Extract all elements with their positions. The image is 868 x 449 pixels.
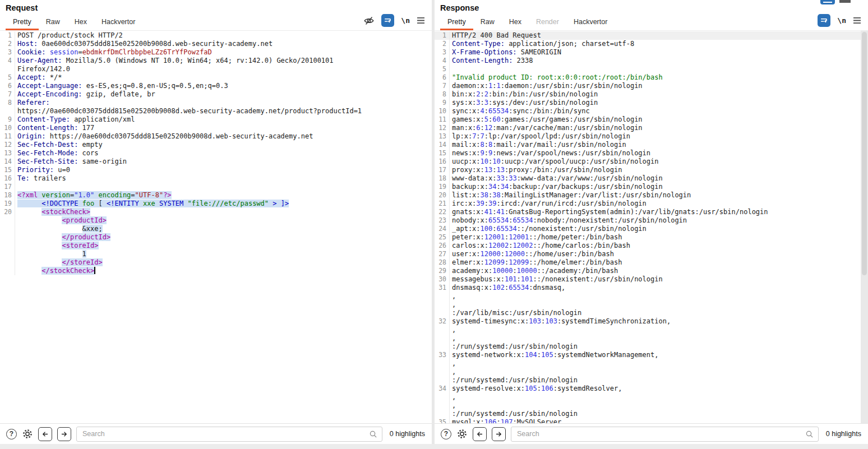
code-row: 8bin:x:2:2:bin:/bin:/usr/sbin/nologin <box>435 90 868 99</box>
line-number: 29 <box>435 267 450 275</box>
line-number: 24 <box>435 225 450 233</box>
response-search-box <box>511 427 819 442</box>
tab-hackvertor[interactable]: Hackvertor <box>566 15 615 30</box>
newline-toggle-icon[interactable]: \n <box>401 16 410 25</box>
line-number: 16 <box>435 158 450 166</box>
line-number <box>0 65 15 73</box>
line-number: 7 <box>435 82 450 90</box>
search-icon[interactable] <box>805 430 814 438</box>
response-highlights-count: 0 highlights <box>824 430 861 438</box>
line-number: 35 <box>435 418 450 423</box>
line-number <box>435 309 450 317</box>
code-row: 1 <box>0 250 432 258</box>
scrollbar-thumb[interactable] <box>862 32 867 275</box>
code-row: :/run/systemd:/usr/sbin/nologin <box>435 342 868 351</box>
hide-matching-icon[interactable] <box>363 15 375 26</box>
line-number <box>435 410 450 418</box>
code-row: 13Sec-Fetch-Mode: cors <box>0 149 432 158</box>
line-number: 5 <box>435 65 450 73</box>
code-row: , <box>435 368 868 376</box>
code-row: 9Content-Type: application/xml <box>0 115 432 124</box>
response-tabbar: PrettyRawHexRenderHackvertor \n <box>435 14 868 31</box>
tab-hex[interactable]: Hex <box>502 15 529 30</box>
code-row: 24_apt:x:100:65534::/nonexistent:/usr/sb… <box>435 225 868 233</box>
request-search-input[interactable] <box>81 429 369 438</box>
gear-icon[interactable] <box>22 428 33 439</box>
request-editor[interactable]: 1POST /product/stock HTTP/22Host: 0ae600… <box>0 31 432 423</box>
response-search-input[interactable] <box>516 429 805 438</box>
line-number: 8 <box>0 99 15 107</box>
line-number: 17 <box>435 166 450 174</box>
response-panel: Response PrettyRawHexRenderHackvertor \n <box>435 0 868 444</box>
help-icon[interactable]: ? <box>441 429 451 439</box>
code-row: 31dnsmasq:x:102:65534:dnsmasq, <box>435 284 868 292</box>
code-row: </storeId> <box>0 258 432 267</box>
search-next-button[interactable] <box>492 427 506 441</box>
line-number: 16 <box>0 174 15 183</box>
code-row: </productId> <box>0 233 432 242</box>
code-row: 20 <stockCheck> <box>0 208 432 216</box>
menu-icon[interactable] <box>853 17 861 24</box>
code-row: <storeId> <box>0 242 432 250</box>
search-prev-button[interactable] <box>38 427 52 441</box>
line-number: 1 <box>435 31 450 40</box>
request-panel-title: Request <box>0 0 432 14</box>
line-number: 20 <box>435 191 450 200</box>
code-row: 21irc:x:39:39:ircd:/var/run/ircd:/usr/sb… <box>435 200 868 208</box>
tab-pretty[interactable]: Pretty <box>440 15 473 30</box>
code-row: :/var/lib/misc:/usr/sbin/nologin <box>435 309 868 317</box>
code-row: 18<?xml version="1.0" encoding="UTF-8"?> <box>0 191 432 200</box>
line-number <box>435 401 450 410</box>
tab-raw[interactable]: Raw <box>39 15 67 30</box>
menu-icon[interactable] <box>417 17 425 24</box>
tab-hex[interactable]: Hex <box>67 15 94 30</box>
line-number: 34 <box>435 385 450 393</box>
line-number: 30 <box>435 275 450 284</box>
line-number <box>0 216 15 225</box>
code-row: 2Content-Type: application/json; charset… <box>435 40 868 48</box>
line-number <box>0 258 15 267</box>
code-row: 32systemd-timesync:x:103:103:systemdTime… <box>435 317 868 326</box>
search-prev-button[interactable] <box>473 427 487 441</box>
code-row: 28elmer:x:12099:12099::/home/elmer:/bin/… <box>435 258 868 267</box>
line-number <box>0 250 15 258</box>
code-row: 4Content-Length: 2338 <box>435 57 868 65</box>
gear-icon[interactable] <box>456 428 468 439</box>
code-row: 6"Invalid product ID: root:x:0:0:root:/r… <box>435 73 868 82</box>
search-icon[interactable] <box>369 430 377 438</box>
line-number: 4 <box>0 57 15 65</box>
tab-hackvertor[interactable]: Hackvertor <box>94 15 142 30</box>
response-statusbar: ? 0 highlights <box>435 423 868 444</box>
code-row: , <box>435 359 868 368</box>
request-panel: Request PrettyRawHexHackvertor <box>0 0 432 444</box>
code-row: 4User-Agent: Mozilla/5.0 (Windows NT 10.… <box>0 57 432 65</box>
wrap-toggle-icon[interactable] <box>818 14 830 27</box>
code-row: :/run/systemd:/usr/sbin/nologin <box>435 410 868 418</box>
response-scrollbar[interactable] <box>861 31 868 423</box>
line-number: 5 <box>0 73 15 82</box>
wrap-toggle-icon[interactable] <box>381 14 394 27</box>
line-number: 13 <box>435 132 450 141</box>
search-next-button[interactable] <box>57 427 71 441</box>
line-number: 7 <box>0 90 15 99</box>
newline-toggle-icon[interactable]: \n <box>837 16 846 25</box>
line-number <box>0 107 15 115</box>
code-row: 15Priority: u=0 <box>0 166 432 174</box>
code-row: 1HTTP/2 400 Bad Request <box>435 31 868 40</box>
code-row: 14Sec-Fetch-Site: same-origin <box>0 158 432 166</box>
code-row: 9sys:x:3:3:sys:/dev:/usr/sbin/nologin <box>435 99 868 107</box>
code-row: 26carlos:x:12002:12002::/home/carlos:/bi… <box>435 242 868 250</box>
line-number: 11 <box>435 115 450 124</box>
code-row: , <box>435 393 868 401</box>
code-row: https://0ae600dc03075ddd815e025200b9008d… <box>0 107 432 115</box>
line-number: 3 <box>435 48 450 57</box>
line-number <box>435 326 450 334</box>
code-row: 23nobody:x:65534:65534:nobody:/nonexiste… <box>435 216 868 225</box>
tab-raw[interactable]: Raw <box>473 15 502 30</box>
help-icon[interactable]: ? <box>6 429 17 439</box>
tab-pretty[interactable]: Pretty <box>6 15 39 30</box>
code-row: 35mysql:x:106:107:MySQLServer, <box>435 418 868 423</box>
code-row: 33systemd-network:x:104:105:systemdNetwo… <box>435 351 868 359</box>
response-editor[interactable]: 1HTTP/2 400 Bad Request2Content-Type: ap… <box>435 31 868 423</box>
line-number: 6 <box>0 82 15 90</box>
